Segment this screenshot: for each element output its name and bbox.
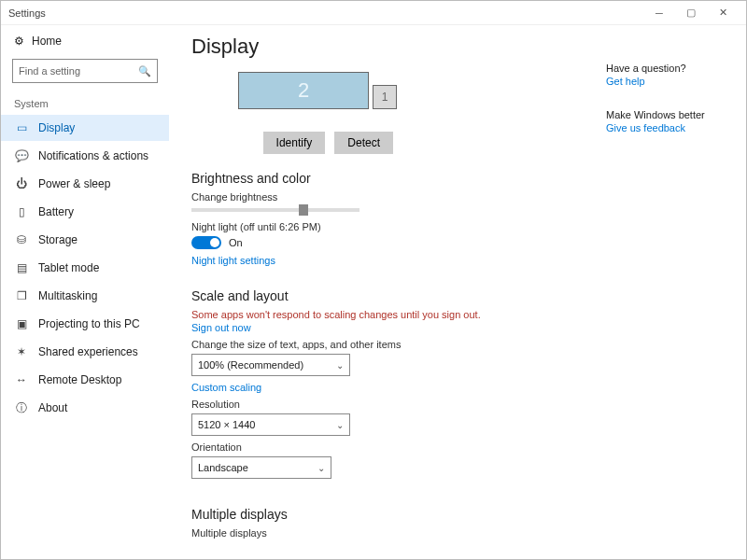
chevron-down-icon: ⌄ xyxy=(317,463,325,473)
resolution-select[interactable]: 5120 × 1440 ⌄ xyxy=(191,413,350,436)
brightness-color-heading: Brightness and color xyxy=(191,171,589,186)
sign-out-now-link[interactable]: Sign out now xyxy=(191,322,589,333)
identify-button[interactable]: Identify xyxy=(263,132,326,154)
night-light-toggle[interactable] xyxy=(191,236,221,249)
search-input[interactable]: Find a setting 🔍 xyxy=(12,59,158,83)
sidebar-item-remote-desktop[interactable]: ↔ Remote Desktop xyxy=(1,367,169,393)
maximize-button[interactable]: ▢ xyxy=(675,3,707,23)
settings-window: Settings ─ ▢ ✕ ⚙ Home Find a setting 🔍 S… xyxy=(0,0,747,560)
search-placeholder: Find a setting xyxy=(19,65,80,77)
sidebar-item-projecting[interactable]: ▣ Projecting to this PC xyxy=(1,311,169,337)
toggle-knob xyxy=(210,238,219,247)
sidebar-item-display[interactable]: ▭ Display xyxy=(1,115,169,141)
sidebar-item-label: Multitasking xyxy=(38,289,97,302)
home-label: Home xyxy=(32,35,62,48)
orientation-label: Orientation xyxy=(191,441,589,453)
sidebar-item-label: Display xyxy=(38,121,75,134)
scale-label: Change the size of text, apps, and other… xyxy=(191,339,589,350)
chevron-down-icon: ⌄ xyxy=(336,420,344,430)
sidebar-item-about[interactable]: ⓘ About xyxy=(1,395,169,421)
sidebar-item-label: About xyxy=(38,401,67,414)
orientation-value: Landscape xyxy=(198,462,248,473)
make-windows-better-label: Make Windows better xyxy=(606,109,737,120)
brightness-slider[interactable] xyxy=(191,208,359,212)
slider-thumb[interactable] xyxy=(299,204,308,216)
sidebar-item-shared[interactable]: ✶ Shared experiences xyxy=(1,339,169,365)
main-content: Display 2 1 Identify Detect Brightness a… xyxy=(169,25,606,559)
gear-icon: ⚙ xyxy=(14,35,24,48)
get-help-link[interactable]: Get help xyxy=(606,76,737,87)
sidebar-group: System xyxy=(1,94,169,113)
remote-desktop-icon: ↔ xyxy=(14,372,29,387)
sidebar-item-power[interactable]: ⏻ Power & sleep xyxy=(1,171,169,197)
home-button[interactable]: ⚙ Home xyxy=(1,31,169,51)
sidebar-item-notifications[interactable]: 💬 Notifications & actions xyxy=(1,143,169,169)
scale-warning: Some apps won't respond to scaling chang… xyxy=(191,309,589,320)
sidebar-item-label: Battery xyxy=(38,205,74,218)
chevron-down-icon: ⌄ xyxy=(336,360,344,371)
sidebar: ⚙ Home Find a setting 🔍 System ▭ Display… xyxy=(1,25,169,559)
shared-icon: ✶ xyxy=(14,344,29,359)
have-question-label: Have a question? xyxy=(606,63,737,74)
display-icon: ▭ xyxy=(14,120,29,135)
power-icon: ⏻ xyxy=(14,176,29,191)
change-brightness-label: Change brightness xyxy=(191,191,589,203)
monitor-2[interactable]: 2 xyxy=(238,72,369,109)
multiple-displays-heading: Multiple displays xyxy=(191,507,589,522)
storage-icon: ⛁ xyxy=(14,232,29,247)
night-light-state: On xyxy=(229,237,243,248)
give-feedback-link[interactable]: Give us feedback xyxy=(606,122,737,133)
sidebar-item-label: Storage xyxy=(38,233,78,246)
minimize-button[interactable]: ─ xyxy=(643,3,675,23)
sidebar-item-label: Remote Desktop xyxy=(38,373,121,386)
sidebar-item-label: Notifications & actions xyxy=(38,149,148,162)
night-light-settings-link[interactable]: Night light settings xyxy=(191,255,589,266)
projecting-icon: ▣ xyxy=(14,316,29,331)
monitor-1[interactable]: 1 xyxy=(373,85,397,109)
notifications-icon: 💬 xyxy=(14,148,29,163)
monitor-arrange[interactable]: 2 1 xyxy=(238,72,589,109)
close-button[interactable]: ✕ xyxy=(707,3,739,23)
resolution-label: Resolution xyxy=(191,399,589,410)
sidebar-item-storage[interactable]: ⛁ Storage xyxy=(1,227,169,253)
page-title: Display xyxy=(191,35,589,59)
multiple-displays-label: Multiple displays xyxy=(191,527,589,539)
sidebar-item-label: Power & sleep xyxy=(38,177,110,190)
custom-scaling-link[interactable]: Custom scaling xyxy=(191,382,589,393)
search-icon: 🔍 xyxy=(138,65,151,77)
scale-select[interactable]: 100% (Recommended) ⌄ xyxy=(191,354,350,376)
about-icon: ⓘ xyxy=(14,400,29,415)
orientation-select[interactable]: Landscape ⌄ xyxy=(191,456,331,479)
titlebar: Settings ─ ▢ ✕ xyxy=(1,1,746,25)
detect-button[interactable]: Detect xyxy=(334,132,393,154)
scale-layout-heading: Scale and layout xyxy=(191,288,589,303)
window-title: Settings xyxy=(8,7,46,19)
sidebar-item-label: Projecting to this PC xyxy=(38,317,140,330)
battery-icon: ▯ xyxy=(14,204,29,219)
tablet-icon: ▤ xyxy=(14,260,29,275)
sidebar-item-tablet[interactable]: ▤ Tablet mode xyxy=(1,255,169,281)
night-light-label: Night light (off until 6:26 PM) xyxy=(191,221,589,232)
sidebar-item-label: Shared experiences xyxy=(38,345,138,358)
resolution-value: 5120 × 1440 xyxy=(198,419,255,430)
sidebar-item-multitasking[interactable]: ❐ Multitasking xyxy=(1,283,169,309)
multitasking-icon: ❐ xyxy=(14,288,29,303)
sidebar-item-battery[interactable]: ▯ Battery xyxy=(1,199,169,225)
sidebar-item-label: Tablet mode xyxy=(38,261,99,274)
help-panel: Have a question? Get help Make Windows b… xyxy=(606,25,746,559)
scale-value: 100% (Recommended) xyxy=(198,359,303,371)
